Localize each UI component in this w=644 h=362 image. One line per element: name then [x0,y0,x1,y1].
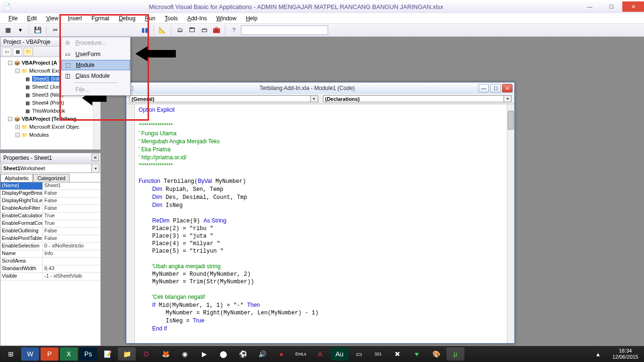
taskbar-record-icon[interactable]: ● [272,347,290,361]
taskbar-opera-icon[interactable]: O [137,347,155,361]
toolbar-toolbox-icon[interactable]: 🧰 [211,25,222,35]
menu-insert[interactable]: Insert [63,14,87,23]
toolbar-cut-icon[interactable]: ✂ [50,25,60,35]
maximize-button[interactable]: ☐ [601,1,622,12]
insert-menu-module[interactable]: ⬚Module [61,60,130,70]
taskbar-mpc-icon[interactable]: 321 [369,347,387,361]
close-button[interactable]: ✕ [622,1,644,12]
toolbar-search-combo[interactable] [241,25,328,35]
property-row[interactable]: Visible-1 - xlSheetVisib [0,273,100,280]
property-row[interactable]: (Name)Sheet1 [0,182,100,190]
menu-addins[interactable]: Add-Ins [182,14,211,23]
properties-tabs: Alphabetic Categorized [0,174,100,182]
insert-dropdown-menu: ⚙Procedure...▭UserForm⬚Module◫Class Modu… [61,37,131,96]
toolbar-excel-icon[interactable]: ▦ [3,25,13,35]
property-row[interactable]: EnableAutoFilterFalse [0,205,100,213]
code-scrollbar[interactable] [507,104,514,343]
property-row[interactable]: EnableOutliningFalse [0,228,100,235]
menu-help[interactable]: Help [241,14,262,23]
code-maximize-button[interactable]: ☐ [490,84,501,92]
taskbar-notepad-icon[interactable]: 📝 [99,347,116,361]
toggle-folders-icon[interactable]: 📁 [24,48,33,56]
properties-object-combo[interactable]: Sheet1 Worksheet ▾ [1,164,99,173]
toolbar-insert-icon[interactable]: ▾ [15,25,25,35]
view-code-icon[interactable]: ▭ [2,48,11,56]
properties-title: Properties - Sheet1 ✕ [0,153,100,163]
insert-menu-procedure-: ⚙Procedure... [61,37,130,49]
menu-item-icon [62,85,73,94]
taskbar-nero-icon[interactable]: ⬤ [215,347,232,361]
properties-panel: Properties - Sheet1 ✕ Sheet1 Worksheet ▾… [0,153,101,346]
tree-node[interactable]: -📦VBAProject (Terbilang [2,115,99,123]
procedure-combo[interactable]: (Declarations)▾ [323,95,512,102]
dropdown-icon[interactable]: ▾ [91,164,99,173]
taskbar-word-icon[interactable]: W [21,347,39,361]
menu-tools[interactable]: Tools [160,14,182,23]
taskbar-utorrent-icon[interactable]: μ [446,347,464,361]
view-object-icon[interactable]: ▦ [13,48,22,56]
taskbar-chrome-icon[interactable]: ◉ [176,347,194,361]
toolbar-save-icon[interactable]: 💾 [33,25,43,35]
menu-format[interactable]: Format [87,14,114,23]
insert-menu-userform[interactable]: ▭UserForm [61,49,130,60]
taskbar[interactable]: ⊞ W P X Ps 📝 📁 O 🦊 ◉ ▶ ⬤ ⚽ 🔊 ● EmLs A Au… [0,346,644,362]
start-button[interactable]: ⊞ [2,347,20,361]
properties-close-icon[interactable]: ✕ [91,154,99,161]
taskbar-autocad-icon[interactable]: A [311,347,329,361]
property-row[interactable]: EnableCalculationTrue [0,213,100,220]
menu-view[interactable]: View [41,14,63,23]
taskbar-photoshop-icon[interactable]: Ps [79,347,97,361]
taskbar-app-icon[interactable]: ▭ [350,347,368,361]
toolbar-project-icon[interactable]: 🗂 [174,25,185,35]
taskbar-emls-icon[interactable]: EmLs [292,347,310,361]
menu-item-icon: ⬚ [63,60,73,70]
toolbar-props-icon[interactable]: 🗔 [187,25,197,35]
code-editor[interactable]: Option Explicit '*************** ' Fungs… [135,104,507,343]
tab-categorized[interactable]: Categorized [33,174,69,182]
taskbar-pes-icon[interactable]: ⚽ [234,347,252,361]
properties-grid[interactable]: (Name)Sheet1DisplayPageBreakFalseDisplay… [0,182,100,280]
taskbar-media-icon[interactable]: ▶ [195,347,213,361]
property-row[interactable]: NameInfo [0,250,100,258]
menu-file[interactable]: File [4,14,22,23]
menu-edit[interactable]: Edit [22,14,41,23]
menu-debug[interactable]: Debug [114,14,140,23]
taskbar-explorer-icon[interactable]: 📁 [118,347,136,361]
taskbar-brush-icon[interactable]: ✖ [388,347,406,361]
toolbar-pause-icon[interactable]: ▮▮ [140,25,150,35]
tree-node[interactable]: +📁Microsoft Excel Objec [2,123,99,131]
toolbar-help-icon[interactable]: ? [229,25,239,35]
taskbar-heart-icon[interactable]: ♥ [408,347,426,361]
svg-marker-0 [135,46,176,61]
property-row[interactable]: EnableSelection0 - xlNoRestrictio [0,243,100,250]
code-close-button[interactable]: ✕ [502,84,512,92]
toolbar-object-icon[interactable]: 🗃 [199,25,209,35]
taskbar-audition-icon[interactable]: Au [330,347,348,361]
insert-menu-class-module[interactable]: ◫Class Module [61,70,130,82]
tray-up-icon[interactable]: ▴ [589,347,607,361]
taskbar-firefox-icon[interactable]: 🦊 [157,347,174,361]
property-row[interactable]: EnableFormatConTrue [0,220,100,228]
code-minimize-button[interactable]: — [479,84,489,92]
taskbar-powerpoint-icon[interactable]: P [41,347,58,361]
toolbar: ▦ ▾ 💾 ✂ ▮▮ 📐 🗂 🗔 🗃 🧰 ? [0,24,644,37]
menu-item-icon: ▭ [62,49,73,59]
property-row[interactable]: DisplayPageBreakFalse [0,190,100,197]
tree-node[interactable]: -📁Modules [2,131,99,139]
property-row[interactable]: ScrollArea [0,258,100,265]
taskbar-excel-icon[interactable]: X [60,347,78,361]
menu-item-label: File... [75,86,89,93]
tab-alphabetic[interactable]: Alphabetic [0,174,33,182]
minimize-button[interactable]: — [579,1,601,12]
property-row[interactable]: StandardWidth8,43 [0,265,100,273]
object-combo[interactable]: (General)▾ [129,95,318,102]
menu-run[interactable]: Run [140,14,160,23]
property-row[interactable]: EnablePivotTableFalse [0,235,100,243]
taskbar-speaker-icon[interactable]: 🔊 [253,347,271,361]
property-row[interactable]: DisplayRightToLefFalse [0,197,100,205]
taskbar-clock[interactable]: 18:3412/06/2015 [609,348,642,360]
code-window-titlebar[interactable]: ⬚ Terbilang Add-In.xla - Module1 (Code) … [126,82,514,94]
toolbar-design-icon[interactable]: 📐 [157,25,167,35]
menu-window[interactable]: Window [212,14,241,23]
taskbar-paint-icon[interactable]: 🎨 [427,347,445,361]
